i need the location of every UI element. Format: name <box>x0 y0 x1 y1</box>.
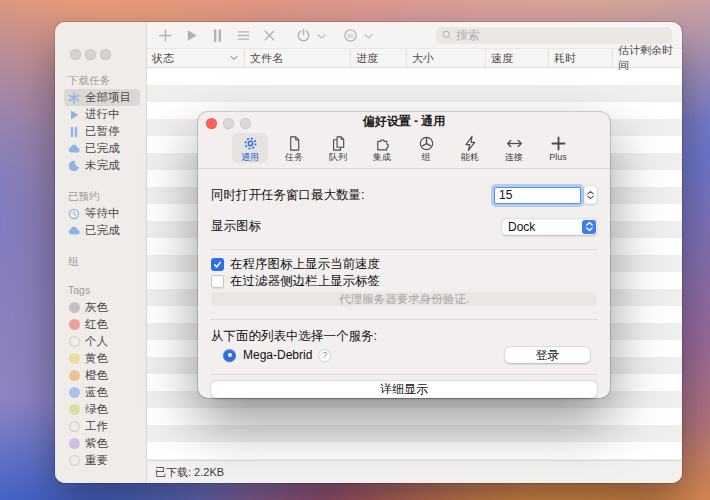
sidebar-section-title: 下载任务 <box>68 74 140 87</box>
power-menu-chevron[interactable] <box>317 32 326 41</box>
show-speed-on-icon-checkbox-row[interactable]: 在程序图标上显示当前速度 <box>211 257 597 271</box>
sidebar-item-label: 已暂停 <box>85 124 120 139</box>
sidebar-item-tag[interactable]: 灰色 <box>64 299 140 316</box>
bolt-icon <box>462 135 479 152</box>
sidebar-item-label: 个人 <box>85 334 108 349</box>
max-task-windows-stepper[interactable] <box>584 186 597 204</box>
column-header-label: 状态 <box>152 51 174 66</box>
tag-color-dot <box>69 370 80 381</box>
preferences-tab-pages[interactable]: 队列 <box>320 133 356 163</box>
dialog-close-button[interactable] <box>206 118 217 129</box>
preferences-tab-gear[interactable]: 通用 <box>232 133 268 163</box>
sidebar-item-asterisk[interactable]: 全部项目 <box>64 89 140 106</box>
separator <box>211 374 597 375</box>
tag-color-dot <box>69 404 80 415</box>
column-header-label: 进度 <box>356 51 378 66</box>
column-header[interactable]: 状态 <box>147 49 244 67</box>
sidebar-item-cloud[interactable]: 已完成 <box>64 140 140 157</box>
sidebar-item-label: 蓝色 <box>85 385 108 400</box>
tab-label: 队列 <box>329 152 347 162</box>
gear-icon <box>242 135 259 152</box>
dialog-minimize-button[interactable] <box>223 118 234 129</box>
window-traffic-lights <box>55 22 146 60</box>
tab-label: 任务 <box>285 152 303 162</box>
minimize-window-button[interactable] <box>85 49 96 60</box>
close-window-button[interactable] <box>70 49 81 60</box>
sidebar-item-label: 灰色 <box>85 300 108 315</box>
column-header-label: 耗时 <box>554 51 576 66</box>
sidebar-item-tag[interactable]: 绿色 <box>64 401 140 418</box>
preferences-tab-plus[interactable]: Plus <box>540 133 576 163</box>
preferences-tab-page[interactable]: 任务 <box>276 133 312 163</box>
resume-button[interactable] <box>183 27 199 43</box>
popup-chevrons-icon <box>582 220 596 234</box>
max-task-windows-input[interactable]: 15 <box>494 187 581 204</box>
detail-display-button[interactable]: 详细显示 <box>211 381 597 398</box>
sidebar-item-play[interactable]: 进行中 <box>64 106 140 123</box>
speed-limit-button[interactable]: 60 <box>342 27 358 43</box>
speed-menu-chevron[interactable] <box>364 32 373 41</box>
sidebar-item-tag[interactable]: 黄色 <box>64 350 140 367</box>
show-tags-sidebar-checkbox-row[interactable]: 在过滤器侧边栏上显示标签 <box>211 274 597 288</box>
tag-color-dot <box>69 319 80 330</box>
tag-color-dot <box>69 387 80 398</box>
desktop-wallpaper: 下载任务全部项目进行中已暂停已完成未完成已预约等待中已完成组Tags灰色红色个人… <box>0 0 710 500</box>
sidebar-item-label: 绿色 <box>85 402 108 417</box>
column-header-label: 文件名 <box>250 51 283 66</box>
sidebar-item-tag[interactable]: 个人 <box>64 333 140 350</box>
sidebar-item-pause[interactable]: 已暂停 <box>64 123 140 140</box>
sidebar-item-moon[interactable]: 未完成 <box>64 157 140 174</box>
column-header-label: 速度 <box>491 51 513 66</box>
pause-button[interactable] <box>209 27 225 43</box>
tab-label: Plus <box>549 152 567 162</box>
sidebar-item-clock[interactable]: 等待中 <box>64 205 140 222</box>
dialog-zoom-button[interactable] <box>240 118 251 129</box>
help-button[interactable]: ? <box>318 349 331 362</box>
column-header[interactable]: 文件名 <box>244 49 350 67</box>
column-header[interactable]: 速度 <box>485 49 548 67</box>
mega-debrid-radio[interactable] <box>223 349 236 362</box>
column-header[interactable]: 估计剩余时间 <box>612 49 682 67</box>
arrows-icon <box>506 135 523 152</box>
column-header[interactable]: 耗时 <box>548 49 612 67</box>
checkbox-unchecked-icon[interactable] <box>211 275 224 288</box>
remove-button[interactable] <box>261 27 277 43</box>
tab-label: 集成 <box>373 152 391 162</box>
power-button[interactable] <box>295 27 311 43</box>
sidebar-item-tag[interactable]: 工作 <box>64 418 140 435</box>
zoom-window-button[interactable] <box>100 49 111 60</box>
sidebar-item-tag[interactable]: 红色 <box>64 316 140 333</box>
cloud-icon <box>68 143 80 155</box>
preferences-tab-bar: 通用任务队列集成组能耗连接Plus <box>198 131 610 169</box>
column-header-label: 大小 <box>412 51 434 66</box>
sidebar: 下载任务全部项目进行中已暂停已完成未完成已预约等待中已完成组Tags灰色红色个人… <box>55 22 147 483</box>
separator <box>211 319 597 320</box>
sidebar-section-title: 已预约 <box>68 190 140 203</box>
column-header[interactable]: 大小 <box>406 49 485 67</box>
preferences-tab-puzzle[interactable]: 集成 <box>364 133 400 163</box>
sidebar-item-label: 工作 <box>85 419 108 434</box>
column-header-label: 估计剩余时间 <box>618 43 682 73</box>
preferences-tab-arrows[interactable]: 连接 <box>496 133 532 163</box>
checkbox-checked-icon[interactable] <box>211 258 224 271</box>
sidebar-item-cloud[interactable]: 已完成 <box>64 222 140 239</box>
add-task-button[interactable] <box>157 27 173 43</box>
sidebar-item-label: 紫色 <box>85 436 108 451</box>
sidebar-item-tag[interactable]: 蓝色 <box>64 384 140 401</box>
sidebar-item-label: 黄色 <box>85 351 108 366</box>
sidebar-item-tag[interactable]: 橙色 <box>64 367 140 384</box>
preferences-tab-fan[interactable]: 组 <box>408 133 444 163</box>
sidebar-item-label: 等待中 <box>85 206 120 221</box>
login-button[interactable]: 登录 <box>505 347 590 363</box>
column-header[interactable]: 进度 <box>350 49 406 67</box>
search-input[interactable]: 搜索 <box>436 27 672 44</box>
sidebar-item-label: 进行中 <box>85 107 120 122</box>
show-icon-label: 显示图标 <box>211 218 261 235</box>
sidebar-item-tag[interactable]: 重要 <box>64 452 140 469</box>
show-icon-value: Dock <box>508 220 535 234</box>
list-button[interactable] <box>235 27 251 43</box>
preferences-tab-bolt[interactable]: 能耗 <box>452 133 488 163</box>
sidebar-item-tag[interactable]: 紫色 <box>64 435 140 452</box>
show-icon-dropdown[interactable]: Dock <box>502 219 597 235</box>
max-task-windows-label: 同时打开任务窗口最大数量: <box>211 187 364 204</box>
